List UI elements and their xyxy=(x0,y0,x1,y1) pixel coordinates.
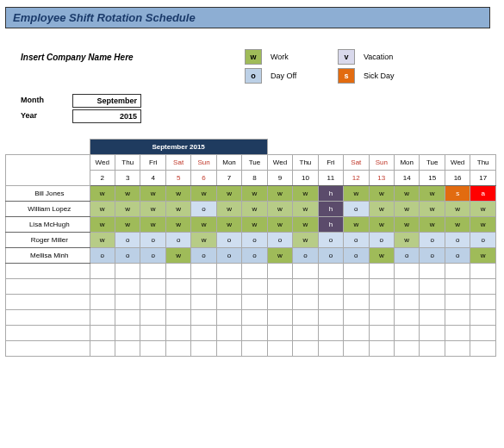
empty-cell[interactable] xyxy=(420,279,445,295)
empty-cell[interactable] xyxy=(470,341,496,357)
empty-cell[interactable] xyxy=(420,326,445,341)
empty-cell[interactable] xyxy=(445,295,470,310)
empty-cell[interactable] xyxy=(165,264,190,279)
empty-cell[interactable] xyxy=(242,279,267,295)
shift-cell[interactable]: w xyxy=(90,217,115,233)
shift-cell[interactable]: w xyxy=(420,186,445,202)
shift-cell[interactable]: o xyxy=(318,233,343,248)
shift-cell[interactable]: w xyxy=(191,233,216,248)
empty-cell[interactable] xyxy=(318,341,343,357)
shift-cell[interactable]: o xyxy=(470,233,496,248)
empty-cell[interactable] xyxy=(115,341,140,357)
shift-cell[interactable]: o xyxy=(344,248,369,264)
empty-cell[interactable] xyxy=(369,341,394,357)
shift-cell[interactable]: h xyxy=(318,202,343,217)
shift-cell[interactable]: o xyxy=(344,202,369,217)
empty-cell[interactable] xyxy=(445,279,470,295)
empty-cell[interactable] xyxy=(140,279,165,295)
shift-cell[interactable]: o xyxy=(445,248,470,264)
shift-cell[interactable]: w xyxy=(395,217,420,233)
shift-cell[interactable]: w xyxy=(242,202,267,217)
shift-cell[interactable]: o xyxy=(445,233,470,248)
empty-cell[interactable] xyxy=(115,264,140,279)
empty-cell[interactable] xyxy=(344,295,369,310)
empty-cell[interactable] xyxy=(90,295,115,310)
empty-cell[interactable] xyxy=(395,279,420,295)
empty-cell[interactable] xyxy=(165,310,190,326)
empty-cell[interactable] xyxy=(344,341,369,357)
empty-cell[interactable] xyxy=(267,279,292,295)
empty-cell[interactable] xyxy=(90,341,115,357)
shift-cell[interactable]: w xyxy=(191,186,216,202)
empty-cell[interactable] xyxy=(344,264,369,279)
shift-cell[interactable]: w xyxy=(267,217,292,233)
shift-cell[interactable]: w xyxy=(216,186,241,202)
empty-cell[interactable] xyxy=(90,326,115,341)
shift-cell[interactable]: w xyxy=(140,217,165,233)
shift-cell[interactable]: w xyxy=(165,186,190,202)
empty-cell[interactable] xyxy=(216,264,241,279)
shift-cell[interactable]: w xyxy=(90,186,115,202)
empty-cell[interactable] xyxy=(344,326,369,341)
shift-cell[interactable]: w xyxy=(470,202,496,217)
shift-cell[interactable]: o xyxy=(242,233,267,248)
empty-cell[interactable] xyxy=(420,264,445,279)
empty-cell[interactable] xyxy=(216,326,241,341)
empty-cell[interactable] xyxy=(165,341,190,357)
shift-cell[interactable]: h xyxy=(318,186,343,202)
shift-cell[interactable]: w xyxy=(445,217,470,233)
empty-cell[interactable] xyxy=(191,326,216,341)
shift-cell[interactable]: w xyxy=(242,217,267,233)
empty-cell[interactable] xyxy=(165,326,190,341)
empty-cell[interactable] xyxy=(216,279,241,295)
empty-cell[interactable] xyxy=(445,264,470,279)
empty-cell[interactable] xyxy=(191,279,216,295)
shift-cell[interactable]: h xyxy=(318,217,343,233)
empty-cell[interactable] xyxy=(140,310,165,326)
shift-cell[interactable]: w xyxy=(90,233,115,248)
shift-cell[interactable]: o xyxy=(369,233,394,248)
shift-cell[interactable]: o xyxy=(242,248,267,264)
empty-cell[interactable] xyxy=(470,264,496,279)
empty-cell[interactable] xyxy=(318,264,343,279)
shift-cell[interactable]: w xyxy=(470,217,496,233)
shift-cell[interactable]: w xyxy=(420,202,445,217)
empty-cell[interactable] xyxy=(242,341,267,357)
empty-cell[interactable] xyxy=(369,310,394,326)
empty-cell[interactable] xyxy=(293,326,318,341)
shift-cell[interactable]: w xyxy=(216,202,241,217)
empty-cell[interactable] xyxy=(140,264,165,279)
shift-cell[interactable]: w xyxy=(165,217,190,233)
shift-cell[interactable]: w xyxy=(191,217,216,233)
empty-cell[interactable] xyxy=(293,341,318,357)
empty-cell[interactable] xyxy=(140,295,165,310)
shift-cell[interactable]: o xyxy=(267,233,292,248)
empty-cell[interactable] xyxy=(216,310,241,326)
empty-cell[interactable] xyxy=(395,341,420,357)
empty-cell[interactable] xyxy=(445,310,470,326)
empty-cell[interactable] xyxy=(6,264,90,279)
shift-cell[interactable]: w xyxy=(369,186,394,202)
shift-cell[interactable]: o xyxy=(395,248,420,264)
empty-cell[interactable] xyxy=(165,295,190,310)
shift-cell[interactable]: w xyxy=(395,202,420,217)
shift-cell[interactable]: a xyxy=(470,186,496,202)
empty-cell[interactable] xyxy=(242,295,267,310)
empty-cell[interactable] xyxy=(470,279,496,295)
empty-cell[interactable] xyxy=(90,264,115,279)
empty-cell[interactable] xyxy=(318,310,343,326)
empty-cell[interactable] xyxy=(6,279,90,295)
empty-cell[interactable] xyxy=(242,310,267,326)
empty-cell[interactable] xyxy=(369,326,394,341)
empty-cell[interactable] xyxy=(140,326,165,341)
shift-cell[interactable]: o xyxy=(191,202,216,217)
empty-cell[interactable] xyxy=(344,310,369,326)
shift-cell[interactable]: s xyxy=(445,186,470,202)
empty-cell[interactable] xyxy=(445,341,470,357)
shift-cell[interactable]: w xyxy=(115,186,140,202)
empty-cell[interactable] xyxy=(293,264,318,279)
shift-cell[interactable]: w xyxy=(267,186,292,202)
month-input[interactable]: September xyxy=(72,94,141,108)
shift-cell[interactable]: w xyxy=(369,217,394,233)
shift-cell[interactable]: o xyxy=(165,233,190,248)
